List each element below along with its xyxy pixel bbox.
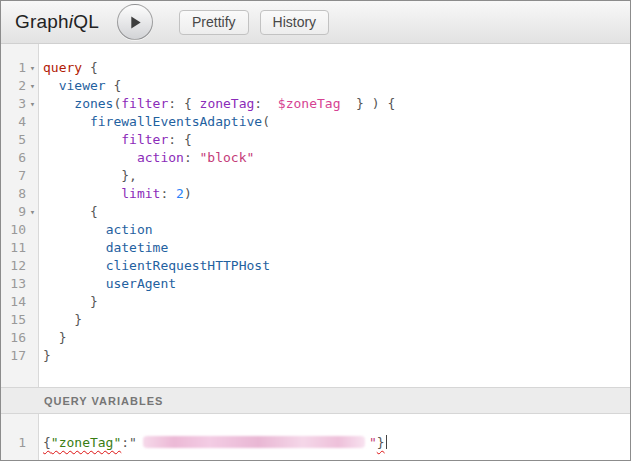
line-number: 17 <box>1 347 26 365</box>
prettify-button[interactable]: Prettify <box>179 10 249 35</box>
code-token <box>43 150 137 165</box>
app-title: GraphiQL <box>15 11 99 33</box>
code-token <box>43 222 106 237</box>
line-number: 7 <box>1 167 26 185</box>
fold-arrow-icon[interactable]: ▾ <box>26 203 39 221</box>
code-token: { <box>106 78 122 93</box>
fold-arrow-icon[interactable]: ▾ <box>26 59 39 77</box>
code-token <box>43 78 59 93</box>
code-line: { <box>43 203 630 221</box>
code-token <box>43 132 121 147</box>
play-icon <box>126 15 143 30</box>
code-token: } <box>74 312 82 327</box>
gutter-row: 15 <box>1 311 38 329</box>
fold-spacer <box>26 347 39 365</box>
code-line: } <box>43 347 630 365</box>
code-token: filter <box>121 96 168 111</box>
code-token: firewallEventsAdaptive <box>90 114 262 129</box>
code-token <box>43 294 90 309</box>
gutter-row: 4 <box>1 113 38 131</box>
code-line: } <box>43 311 630 329</box>
code-token: viewer <box>59 78 106 93</box>
code-line: clientRequestHTTPHost <box>43 257 630 275</box>
code-token: datetime <box>106 240 169 255</box>
line-number: 15 <box>1 311 26 329</box>
variables-code-area[interactable]: {"zoneTag":""} <box>39 414 630 460</box>
gutter-row: 16 <box>1 329 38 347</box>
code-token <box>43 168 121 183</box>
fold-arrow-icon[interactable]: ▾ <box>26 95 39 113</box>
code-token: " <box>369 435 377 450</box>
history-button[interactable]: History <box>260 10 330 35</box>
code-token: } <box>90 294 98 309</box>
code-line: viewer { <box>43 77 630 95</box>
code-token: "zoneTag" <box>51 435 121 450</box>
fold-spacer <box>26 329 39 347</box>
query-editor: 1▾2▾3▾456789▾1011121314151617 query { vi… <box>1 44 630 387</box>
code-line: query { <box>43 59 630 77</box>
code-token: zoneTag <box>200 96 255 111</box>
line-number: 1 <box>1 434 26 452</box>
gutter-row: 6 <box>1 149 38 167</box>
gutter-row: 1▾ <box>1 59 38 77</box>
code-token: } <box>377 435 385 450</box>
code-token: zones <box>74 96 113 111</box>
variables-line-number-gutter: 1 <box>1 414 39 460</box>
fold-arrow-icon[interactable]: ▾ <box>26 77 39 95</box>
code-line: firewallEventsAdaptive( <box>43 113 630 131</box>
gutter-row: 9▾ <box>1 203 38 221</box>
code-token <box>43 186 121 201</box>
fold-spacer <box>26 257 39 275</box>
query-line-number-gutter: 1▾2▾3▾456789▾1011121314151617 <box>1 44 39 387</box>
code-token: : <box>160 186 176 201</box>
app-title-graph: Graph <box>15 11 69 32</box>
code-token: : <box>121 435 129 450</box>
graphiql-app: GraphiQL Prettify History 1▾2▾3▾456789▾1… <box>0 0 631 461</box>
fold-spacer <box>26 434 39 452</box>
redacted-value <box>143 436 365 448</box>
line-number: 13 <box>1 275 26 293</box>
code-token <box>43 204 90 219</box>
gutter-row: 2▾ <box>1 77 38 95</box>
execute-button[interactable] <box>117 4 153 40</box>
line-number: 10 <box>1 221 26 239</box>
query-code-area[interactable]: query { viewer { zones(filter: { zoneTag… <box>39 44 630 387</box>
gutter-row: 3▾ <box>1 95 38 113</box>
text-cursor <box>386 435 387 449</box>
code-line: filter: { <box>43 131 630 149</box>
gutter-row: 11 <box>1 239 38 257</box>
app-title-ql: QL <box>73 11 99 32</box>
fold-spacer <box>26 275 39 293</box>
code-token: action <box>137 150 184 165</box>
line-number: 4 <box>1 113 26 131</box>
code-line: }, <box>43 167 630 185</box>
code-token: ) <box>184 186 192 201</box>
code-line: action <box>43 221 630 239</box>
line-number: 6 <box>1 149 26 167</box>
line-number: 5 <box>1 131 26 149</box>
code-token: { <box>43 435 51 450</box>
code-token <box>43 96 74 111</box>
code-token <box>43 330 59 345</box>
code-line: action: "block" <box>43 149 630 167</box>
code-token: action <box>106 222 153 237</box>
query-variables-header[interactable]: QUERY VARIABLES <box>1 387 630 414</box>
code-token: ( <box>262 114 270 129</box>
code-line: } <box>43 293 630 311</box>
code-token: 2 <box>176 186 184 201</box>
line-number: 2 <box>1 77 26 95</box>
gutter-row: 5 <box>1 131 38 149</box>
code-token: } <box>59 330 67 345</box>
code-token: $zoneTag <box>278 96 341 111</box>
line-number: 9 <box>1 203 26 221</box>
code-token: : { <box>168 96 199 111</box>
code-token: } ) { <box>340 96 395 111</box>
line-number: 8 <box>1 185 26 203</box>
line-number: 3 <box>1 95 26 113</box>
gutter-row: 14 <box>1 293 38 311</box>
fold-spacer <box>26 131 39 149</box>
code-token: query <box>43 60 82 75</box>
line-number: 11 <box>1 239 26 257</box>
gutter-row: 8 <box>1 185 38 203</box>
gutter-row: 12 <box>1 257 38 275</box>
